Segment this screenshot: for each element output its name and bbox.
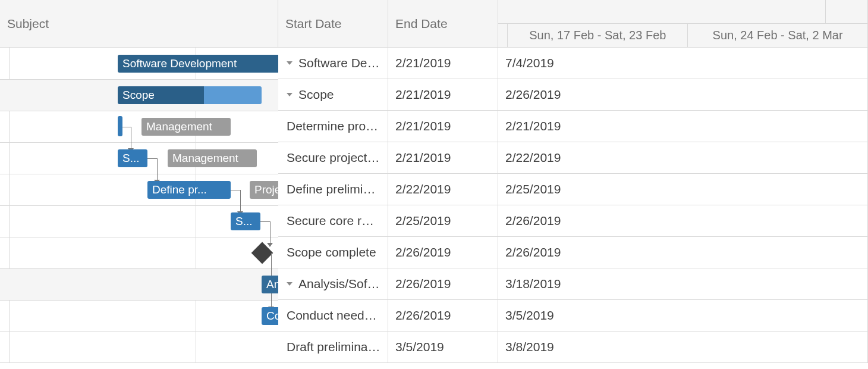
- gantt-control: Subject Start Date End Date Sun, 17 Feb …: [0, 0, 868, 363]
- task-subject[interactable]: Scope complete: [278, 237, 388, 268]
- resource-tag: Management: [141, 118, 231, 136]
- task-start-date[interactable]: 2/26/2019: [388, 237, 498, 268]
- task-end-date[interactable]: 7/4/2019: [498, 48, 868, 79]
- column-header-end-date[interactable]: End Date: [388, 0, 498, 48]
- task-subject[interactable]: Secure project sponsorship: [278, 142, 388, 174]
- resource-tag: Project Manager: [250, 181, 278, 199]
- task-start-date[interactable]: 3/5/2019: [388, 332, 498, 363]
- gantt-bar-secure-core-resources[interactable]: S...: [231, 212, 260, 230]
- task-end-date[interactable]: 2/26/2019: [498, 205, 868, 237]
- gantt-bar-define-preliminary-resources[interactable]: Define pr...: [147, 181, 231, 199]
- task-start-date[interactable]: 2/22/2019: [388, 174, 498, 205]
- task-subject-scope[interactable]: Scope: [278, 79, 388, 111]
- task-start-date[interactable]: 2/21/2019: [388, 48, 498, 79]
- task-start-date[interactable]: 2/21/2019: [388, 142, 498, 174]
- task-end-date[interactable]: 3/8/2019: [498, 332, 868, 363]
- gantt-timeline-body[interactable]: Software Development Scope Management: [0, 48, 278, 363]
- column-header-start-date[interactable]: Start Date: [278, 0, 388, 48]
- task-start-date[interactable]: 2/26/2019: [388, 300, 498, 332]
- timeline-week-1[interactable]: Sun, 24 Feb - Sat, 2 Mar: [687, 24, 867, 47]
- task-end-date[interactable]: 3/18/2019: [498, 268, 868, 300]
- milestone-scope-complete[interactable]: [251, 242, 273, 264]
- task-subject[interactable]: Conduct needs analysis: [278, 300, 388, 332]
- task-end-date[interactable]: 2/25/2019: [498, 174, 868, 205]
- task-subject-software-development[interactable]: Software Development: [278, 48, 388, 79]
- column-header-subject[interactable]: Subject: [0, 0, 278, 48]
- task-end-date[interactable]: 2/26/2019: [498, 237, 868, 268]
- task-end-date[interactable]: 3/5/2019: [498, 300, 868, 332]
- task-start-date[interactable]: 2/25/2019: [388, 205, 498, 237]
- task-start-date[interactable]: 2/21/2019: [388, 79, 498, 111]
- task-end-date[interactable]: 2/22/2019: [498, 142, 868, 174]
- timeline-header[interactable]: Sun, 17 Feb - Sat, 23 Feb Sun, 24 Feb - …: [498, 0, 868, 48]
- task-subject[interactable]: Draft preliminary software specificati..…: [278, 332, 388, 363]
- task-subject[interactable]: Secure core resources: [278, 205, 388, 237]
- task-end-date[interactable]: 2/26/2019: [498, 79, 868, 111]
- task-subject[interactable]: Determine project scope: [278, 111, 388, 142]
- gantt-bar-determine-project-scope[interactable]: [118, 116, 122, 136]
- gantt-bar-conduct-needs-analysis[interactable]: Conduct needs an: [262, 307, 278, 325]
- gantt-bar-secure-project-sponsorship[interactable]: S...: [118, 149, 147, 167]
- chevron-down-icon[interactable]: [287, 61, 293, 65]
- chevron-down-icon[interactable]: [287, 282, 293, 286]
- timeline-week-0[interactable]: Sun, 17 Feb - Sat, 23 Feb: [507, 24, 687, 47]
- task-end-date[interactable]: 2/21/2019: [498, 111, 868, 142]
- task-start-date[interactable]: 2/26/2019: [388, 268, 498, 300]
- gantt-bar-scope[interactable]: Scope: [118, 86, 262, 104]
- task-subject[interactable]: Define preliminary resources: [278, 174, 388, 205]
- task-start-date[interactable]: 2/21/2019: [388, 111, 498, 142]
- gantt-bar-software-development[interactable]: Software Development: [118, 55, 278, 73]
- resource-tag: Management: [168, 149, 257, 167]
- chevron-down-icon[interactable]: [287, 93, 293, 96]
- task-subject-analysis[interactable]: Analysis/Software Requirements: [278, 268, 388, 300]
- gantt-bar-analysis-software-req[interactable]: Analysis/Software: [262, 276, 278, 293]
